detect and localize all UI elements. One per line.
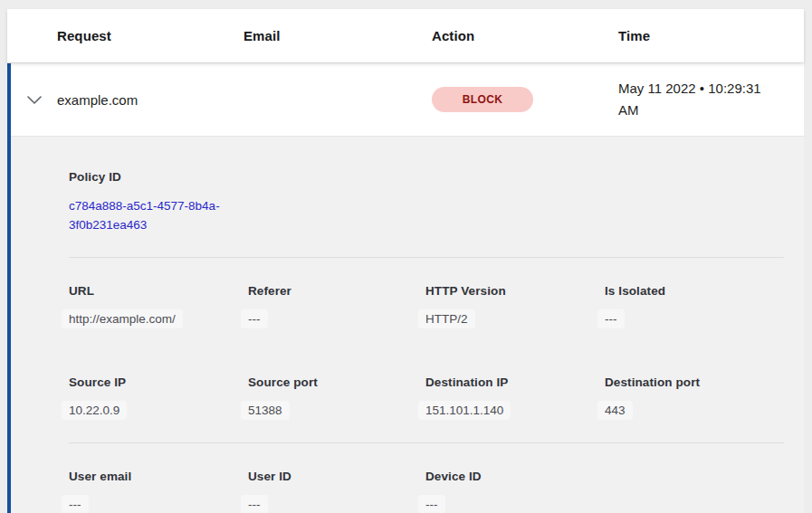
field-value: HTTP/2 [418, 309, 475, 328]
row-expander[interactable] [11, 91, 57, 108]
field-label: User ID [248, 470, 425, 483]
field-label: Referer [248, 284, 425, 298]
field-label: Destination port [605, 375, 784, 389]
field-destination-port: Destination port 443 [605, 375, 784, 420]
detail-grid-connection: URL http://example.com/ Referer --- HTTP… [69, 284, 784, 420]
field-source-port: Source port 51388 [248, 375, 425, 420]
field-policy-id: Policy ID c784a888-a5c1-4577-8b4a-3f0b23… [69, 170, 784, 234]
action-block-badge: BLOCK [432, 87, 533, 112]
field-label: URL [69, 284, 248, 298]
field-value: --- [62, 495, 89, 513]
field-label: Destination IP [425, 375, 605, 389]
chevron-down-icon [27, 91, 42, 108]
expanded-log-entry: example.com BLOCK May 11 2022 • 10:29:31… [7, 63, 804, 513]
field-value: 443 [597, 401, 633, 420]
grid-spacer [605, 470, 784, 513]
field-label: HTTP Version [425, 284, 605, 298]
field-value: http://example.com/ [62, 309, 183, 328]
field-referer: Referer --- [248, 284, 425, 328]
field-is-isolated: Is Isolated --- [605, 284, 784, 328]
field-value: --- [418, 495, 445, 513]
section-divider [69, 442, 784, 443]
field-destination-ip: Destination IP 151.101.1.140 [425, 375, 605, 420]
field-label: User email [69, 470, 248, 483]
field-source-ip: Source IP 10.22.0.9 [69, 375, 248, 420]
field-user-email: User email --- [69, 470, 248, 513]
column-header-action: Action [432, 28, 618, 43]
field-http-version: HTTP Version HTTP/2 [425, 284, 605, 328]
column-header-request: Request [57, 28, 244, 43]
field-url: URL http://example.com/ [69, 284, 248, 328]
field-user-id: User ID --- [248, 470, 425, 513]
field-value: 151.101.1.140 [418, 401, 511, 420]
row-time: May 11 2022 • 10:29:31 AM [618, 78, 790, 121]
field-value: 51388 [241, 401, 290, 420]
field-value: --- [597, 309, 625, 328]
log-table-header: Request Email Action Time [7, 9, 804, 62]
row-request: example.com [57, 92, 244, 108]
detail-grid-user: User email --- User ID --- Device ID --- [69, 470, 784, 513]
field-value: --- [241, 309, 268, 328]
log-detail-panel: Policy ID c784a888-a5c1-4577-8b4a-3f0b23… [11, 136, 804, 513]
field-label: Policy ID [69, 170, 784, 184]
section-divider [69, 257, 784, 258]
field-value: 10.22.0.9 [62, 401, 127, 420]
field-label: Is Isolated [605, 284, 784, 298]
log-table-row[interactable]: example.com BLOCK May 11 2022 • 10:29:31… [11, 63, 804, 136]
field-value: --- [241, 495, 268, 513]
column-header-email: Email [244, 28, 432, 43]
row-action: BLOCK [432, 87, 618, 112]
column-header-time: Time [618, 28, 804, 43]
gateway-log-screen: Request Email Action Time example.com BL… [0, 0, 812, 513]
field-label: Source IP [69, 375, 248, 389]
policy-id-link[interactable]: c784a888-a5c1-4577-8b4a-3f0b231ea463 [69, 196, 250, 234]
field-device-id: Device ID --- [425, 470, 605, 513]
field-label: Device ID [425, 470, 605, 483]
field-label: Source port [248, 375, 425, 389]
